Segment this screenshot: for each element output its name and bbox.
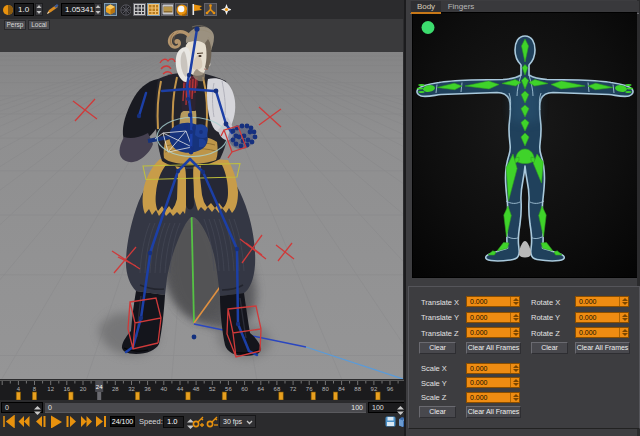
- svg-text:56: 56: [225, 386, 232, 392]
- svg-text:44: 44: [177, 386, 184, 392]
- svg-text:8: 8: [33, 386, 37, 392]
- svg-text:52: 52: [209, 386, 216, 392]
- svg-text:36: 36: [144, 386, 151, 392]
- svg-text:32: 32: [128, 386, 135, 392]
- svg-text:28: 28: [112, 386, 119, 392]
- svg-text:88: 88: [354, 386, 361, 392]
- svg-text:24: 24: [96, 384, 103, 390]
- svg-text:84: 84: [338, 386, 345, 392]
- svg-text:76: 76: [306, 386, 313, 392]
- svg-text:40: 40: [160, 386, 167, 392]
- svg-text:72: 72: [290, 386, 297, 392]
- svg-text:48: 48: [193, 386, 200, 392]
- svg-text:20: 20: [80, 386, 87, 392]
- svg-text:4: 4: [17, 386, 21, 392]
- svg-text:80: 80: [322, 386, 329, 392]
- svg-text:16: 16: [63, 386, 70, 392]
- svg-text:60: 60: [241, 386, 248, 392]
- svg-text:68: 68: [274, 386, 281, 392]
- svg-text:12: 12: [47, 386, 54, 392]
- svg-text:96: 96: [387, 386, 394, 392]
- svg-text:64: 64: [257, 386, 264, 392]
- svg-text:92: 92: [371, 386, 378, 392]
